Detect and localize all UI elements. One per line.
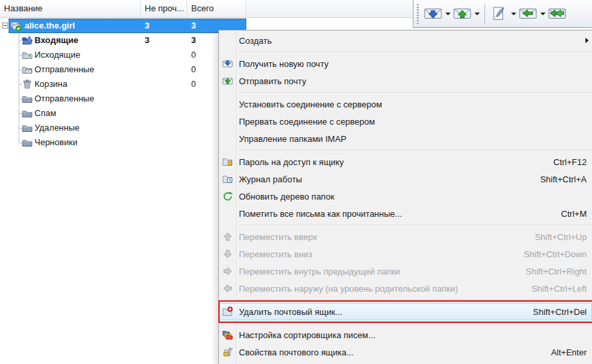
- folder-icon: [22, 108, 33, 119]
- folder-unread-count: 3: [145, 33, 149, 48]
- menu-item-work-log[interactable]: Журнал работыShift+Ctrl+A: [219, 170, 592, 188]
- menu-item-move-down: Переместить внизShift+Ctrl+Down: [219, 245, 592, 263]
- menu-item-shortcut: Shift+Ctrl+Left: [532, 284, 587, 294]
- move-up-icon: [222, 231, 233, 242]
- menu-item-move-up: Переместить вверхShift+Ctrl+Up: [219, 228, 592, 245]
- folder-total-count: 0: [191, 62, 196, 77]
- toolbar-button-send-queued-mail[interactable]: [452, 3, 473, 25]
- folder-name: Черновики: [35, 135, 78, 150]
- folder-context-menu: СоздатьПолучить новую почтуОтправить поч…: [218, 30, 592, 364]
- reply-icon: [519, 7, 537, 21]
- sent-icon: [22, 64, 33, 75]
- folder-name: Спам: [35, 106, 56, 121]
- expand-collapse-box[interactable]: [2, 23, 8, 29]
- menu-item-label: Прервать соединение с сервером: [239, 117, 575, 127]
- folder-icon: [22, 123, 33, 133]
- menu-item-shortcut: Shift+Ctrl+A: [540, 174, 587, 184]
- sorter-icon: [222, 330, 233, 340]
- menu-item-label: Переместить наружу (на уровень родительс…: [239, 284, 520, 294]
- minus-glyph: [3, 25, 7, 26]
- menu-item-move-into-previous-folder: Переместить внутрь предыдущей папкиShift…: [219, 263, 592, 280]
- new-message-icon: [490, 7, 508, 21]
- chevron-down-icon[interactable]: [473, 3, 481, 25]
- menu-item-shortcut: Ctrl+M: [561, 209, 587, 219]
- menu-item-label: Переместить вниз: [239, 249, 512, 259]
- menu-item-refresh-folder-tree[interactable]: Обновить дерево папок: [219, 188, 592, 205]
- menu-item-mailbox-password[interactable]: Пароль на доступ к ящикуCtrl+F12: [219, 153, 592, 170]
- toolbar-button-get-new-mail[interactable]: [423, 3, 443, 25]
- menu-item-label: Установить соединение с сервером: [239, 99, 575, 109]
- toolbar-separator: [484, 4, 485, 24]
- folder-icon: [22, 137, 33, 148]
- menu-item-label: Получить новую почту: [239, 59, 575, 69]
- refresh-tree-icon: [222, 191, 233, 202]
- menu-item-mail-sorter-setup[interactable]: Настройка сортировщика писем...: [219, 326, 592, 343]
- toolbar-grip[interactable]: [417, 4, 419, 24]
- chevron-down-icon[interactable]: [538, 3, 547, 25]
- trash-icon: [22, 79, 33, 90]
- toolbar-button-reply[interactable]: [518, 3, 538, 25]
- toolbar-button-new-message[interactable]: [488, 3, 509, 25]
- menu-item-label: Переместить вверх: [239, 232, 523, 242]
- menu-item-label: Обновить дерево папок: [239, 192, 575, 202]
- mail-get-icon: [424, 7, 442, 21]
- delete-mailbox-icon: [222, 306, 233, 317]
- folder-total-count: 0: [191, 77, 196, 91]
- mail-get-menu-icon: [222, 58, 233, 69]
- menu-separator: [238, 49, 592, 55]
- move-out-icon: [222, 283, 233, 294]
- menu-item-label: Создать: [239, 36, 575, 46]
- menu-item-delete-mailbox[interactable]: Удалить почтовый ящик...Shift+Ctrl+Del: [219, 303, 592, 320]
- menu-item-send-mail[interactable]: Отправить почту: [219, 72, 592, 90]
- inbox-icon: [22, 35, 33, 46]
- folder-name: alice.the.girl: [25, 19, 75, 33]
- menu-item-imap-folders[interactable]: Управление папками IMAP: [219, 130, 592, 147]
- folder-total-count: 0: [191, 48, 196, 62]
- tree-line: [19, 33, 19, 143]
- folder-clock-icon: [222, 174, 233, 184]
- chevron-down-icon[interactable]: [509, 3, 518, 25]
- menu-item-label: Удалить почтовый ящик...: [239, 307, 521, 317]
- folder-lock-icon: [222, 156, 233, 167]
- folder-total-count: 3: [191, 19, 196, 33]
- menu-item-label: Переместить внутрь предыдущей папки: [239, 267, 514, 276]
- move-down-icon: [222, 249, 233, 259]
- menu-separator: [238, 320, 592, 326]
- menu-item-shortcut: Shift+Ctrl+Up: [535, 232, 587, 242]
- menu-item-mark-all-read[interactable]: Пометить все письма как прочитанные...Ct…: [219, 205, 592, 222]
- menu-item-get-mail[interactable]: Получить новую почту: [219, 55, 592, 72]
- mail-send-menu-icon: [222, 76, 233, 86]
- menu-separator: [238, 297, 592, 303]
- chevron-down-glyph: [540, 13, 546, 15]
- folder-name: Удаленные: [35, 121, 80, 135]
- outbox-icon: [22, 50, 33, 60]
- properties-icon: [222, 347, 233, 357]
- menu-item-create[interactable]: Создать: [219, 32, 592, 49]
- menu-separator: [238, 222, 592, 228]
- mail-toolbar: [413, 0, 592, 28]
- menu-item-shortcut: Shift+Ctrl+Del: [533, 307, 587, 317]
- menu-item-shortcut: Alt+Enter: [551, 347, 587, 357]
- folder-icon: [22, 93, 33, 104]
- folder-name: Отправленные: [35, 91, 94, 106]
- menu-item-label: Свойства почтового ящика...: [239, 347, 539, 357]
- menu-item-connect-server[interactable]: Установить соединение с сервером: [219, 95, 592, 113]
- mail-client-window: Название Не проч... Всего alice.the.girl…: [0, 0, 592, 364]
- folder-unread-count: 3: [145, 19, 149, 33]
- menu-item-label: Отправить почту: [239, 76, 575, 86]
- folder-name: Входящие: [35, 33, 78, 48]
- menu-item-shortcut: Ctrl+F12: [554, 157, 587, 167]
- chevron-down-glyph: [445, 13, 451, 15]
- chevron-down-glyph: [511, 13, 516, 15]
- move-into-icon: [222, 266, 233, 276]
- menu-item-disconnect-server[interactable]: Прервать соединение с сервером: [219, 113, 592, 130]
- menu-item-shortcut: Shift+Ctrl+Down: [524, 249, 587, 259]
- menu-item-shortcut: Shift+Ctrl+Right: [526, 267, 587, 276]
- chevron-down-icon[interactable]: [443, 3, 452, 25]
- menu-item-mailbox-properties[interactable]: Свойства почтового ящика...Alt+Enter: [219, 343, 592, 361]
- toolbar-button-reply-all[interactable]: [547, 3, 567, 25]
- menu-item-label: Управление папками IMAP: [239, 134, 575, 144]
- menu-item-label: Пометить все письма как прочитанные...: [239, 209, 549, 219]
- menu-separator: [238, 147, 592, 153]
- menu-item-label: Настройка сортировщика писем...: [239, 330, 575, 340]
